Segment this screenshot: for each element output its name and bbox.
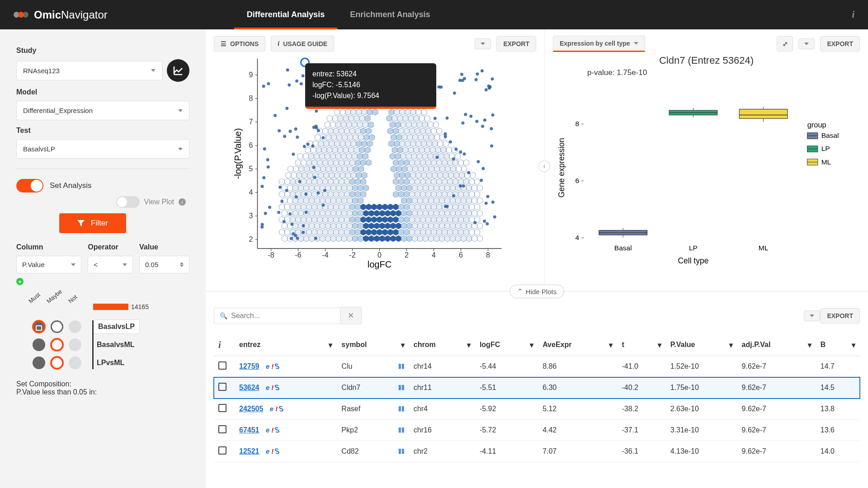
link-icon[interactable]: Ƨ	[279, 405, 284, 413]
venn-row0-must[interactable]	[33, 320, 45, 333]
db-icon[interactable]: ⦀⦀	[398, 426, 405, 434]
setcomp-title: Set Composition:	[16, 380, 189, 388]
venn-row0-maybe[interactable]	[51, 320, 63, 333]
row-checkbox[interactable]	[218, 425, 226, 433]
venn-row1-maybe[interactable]	[51, 338, 63, 351]
svg-marker-306	[396, 166, 402, 172]
link-icon[interactable]: Ƨ	[275, 426, 280, 434]
entrez-link[interactable]: 67451	[239, 426, 259, 434]
table-row[interactable]: 12759 e! Ƨ Clu ⦀⦀ chr14-5.448.86-41.01.5…	[214, 356, 860, 377]
svg-marker-447	[292, 197, 298, 204]
svg-marker-304	[359, 166, 364, 172]
operator-select[interactable]: <	[88, 256, 133, 273]
table-row[interactable]: 12521 e! Ƨ Cd82 ⦀⦀ chr2-4.117.07-36.14.1…	[214, 441, 860, 462]
table-export-button[interactable]: EXPORT	[820, 308, 860, 324]
venn-row1-not[interactable]	[69, 338, 81, 351]
filter-pvalue[interactable]: ▾	[729, 341, 733, 349]
study-select[interactable]: RNAseq123	[16, 61, 162, 80]
venn-row2-must[interactable]	[33, 357, 45, 369]
svg-marker-221	[349, 147, 354, 153]
filter-symbol[interactable]: ▾	[401, 341, 405, 349]
ensembl-icon[interactable]: e	[266, 426, 269, 434]
db-icon[interactable]: ⦀⦀	[398, 362, 405, 371]
external-icon[interactable]: !	[271, 384, 274, 392]
study-plot-button[interactable]	[167, 59, 189, 82]
filter-b[interactable]: ▾	[852, 341, 855, 349]
svg-marker-620	[466, 223, 472, 229]
db-icon[interactable]: ⦀⦀	[398, 384, 405, 392]
usage-guide-button[interactable]: iUSAGE GUIDE	[271, 36, 334, 52]
entrez-link[interactable]: 242505	[239, 405, 263, 413]
table-row[interactable]: 67451 e! Ƨ Pkp2 ⦀⦀ chr16-5.724.42-37.13.…	[214, 420, 860, 441]
external-icon[interactable]: !	[275, 405, 278, 413]
value-input[interactable]: 0.05	[139, 256, 189, 273]
filter-entrez[interactable]: ▾	[329, 341, 332, 349]
info-icon[interactable]: i	[852, 9, 854, 20]
tab-differential-analysis[interactable]: Differential Analysis	[234, 2, 337, 29]
venn-row0-not[interactable]	[69, 320, 81, 333]
table-row[interactable]: 242505 e! Ƨ Rasef ⦀⦀ chr4-5.925.12-38.22…	[214, 399, 860, 420]
plot-type-select[interactable]: Expression by cell type	[553, 36, 645, 52]
column-select[interactable]: P.Value	[16, 256, 81, 273]
venn-row2-not[interactable]	[69, 357, 81, 369]
boxplot-export-button[interactable]: EXPORT	[820, 36, 860, 52]
test-select[interactable]: BasalvsLP	[16, 139, 189, 159]
table-row[interactable]: 53624 e! Ƨ Cldn7 ⦀⦀ chr11-5.516.30-40.21…	[214, 377, 860, 399]
external-icon[interactable]: !	[271, 362, 274, 371]
clear-search-button[interactable]: ✕	[340, 307, 362, 324]
link-icon[interactable]: Ƨ	[275, 447, 280, 455]
row-checkbox[interactable]	[218, 361, 226, 370]
ensembl-icon[interactable]: e	[270, 405, 274, 413]
venn-row2-maybe[interactable]	[51, 357, 63, 369]
svg-marker-655	[453, 229, 458, 235]
boxplot[interactable]: Gene expression 468 BasalLPML Cell type …	[553, 77, 860, 267]
search-input[interactable]	[231, 312, 335, 320]
filter-t[interactable]: ▾	[658, 341, 661, 349]
expand-plot-button[interactable]: ⤢	[777, 36, 793, 52]
svg-marker-198	[351, 141, 356, 147]
row-checkbox[interactable]	[218, 383, 226, 391]
db-icon[interactable]: ⦀⦀	[398, 405, 405, 413]
external-icon[interactable]: !	[271, 426, 274, 434]
hide-plots-button[interactable]: ⌃Hide Plots	[509, 285, 564, 298]
svg-text:8: 8	[576, 120, 580, 127]
filter-aveexpr[interactable]: ▾	[609, 341, 613, 349]
collapse-right-panel[interactable]: ‹	[538, 160, 550, 172]
row-checkbox[interactable]	[218, 404, 226, 412]
model-select[interactable]: Differential_Expression	[16, 101, 189, 120]
link-icon[interactable]: Ƨ	[275, 384, 280, 392]
ensembl-icon[interactable]: e	[266, 362, 269, 371]
entrez-link[interactable]: 12759	[239, 362, 259, 370]
venn-row1-must[interactable]	[33, 338, 45, 351]
set-analysis-toggle[interactable]	[16, 179, 43, 192]
filter-button[interactable]: Filter	[59, 213, 126, 233]
filter-adjpval[interactable]: ▾	[808, 341, 811, 349]
external-icon[interactable]: !	[271, 447, 274, 455]
svg-marker-374	[442, 178, 447, 185]
options-button[interactable]: ☰OPTIONS	[214, 36, 265, 52]
svg-marker-682	[401, 235, 406, 242]
db-icon[interactable]: ⦀⦀	[398, 447, 405, 455]
link-icon[interactable]: Ƨ	[275, 362, 280, 371]
entrez-link[interactable]: 12521	[239, 447, 259, 455]
row-checkbox[interactable]	[218, 446, 226, 455]
svg-marker-596	[336, 223, 341, 229]
ensembl-icon[interactable]: e	[266, 384, 269, 392]
svg-marker-563	[355, 216, 360, 223]
boxplot-export-menu[interactable]	[798, 38, 815, 49]
add-filter-button[interactable]: +	[16, 278, 24, 285]
info-column-icon[interactable]: i	[218, 340, 221, 350]
tab-enrichment-analysis[interactable]: Enrichment Analysis	[337, 2, 443, 29]
ensembl-icon[interactable]: e	[266, 447, 269, 455]
volcano-export-button[interactable]: EXPORT	[496, 36, 536, 52]
svg-marker-201	[367, 141, 373, 147]
view-plot-info-icon[interactable]: i	[179, 198, 186, 206]
filter-logfc[interactable]: ▾	[530, 341, 533, 349]
svg-marker-290	[463, 160, 469, 166]
table-export-menu[interactable]	[804, 310, 820, 321]
volcano-export-menu[interactable]	[475, 38, 491, 49]
view-plot-toggle[interactable]	[116, 196, 140, 208]
entrez-link[interactable]: 53624	[239, 384, 259, 391]
svg-marker-532	[390, 210, 396, 216]
filter-chrom[interactable]: ▾	[467, 341, 471, 349]
